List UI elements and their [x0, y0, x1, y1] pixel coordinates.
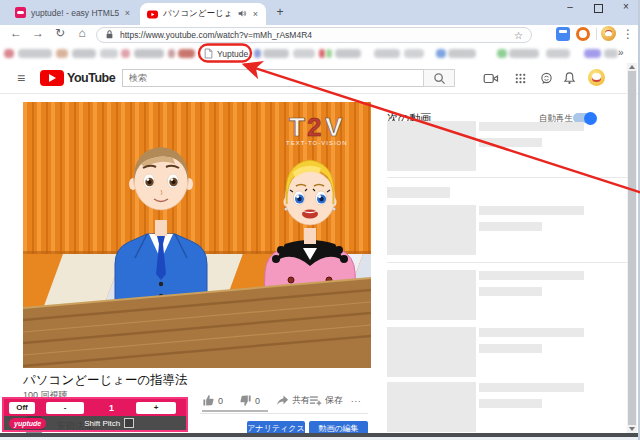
title-line-placeholder — [479, 271, 584, 280]
increase-button[interactable]: + — [136, 402, 176, 414]
thumbnail-placeholder — [387, 121, 476, 171]
thumbnail-placeholder — [387, 205, 476, 255]
panel-bottom-row: yuptude Shift Pitch — [4, 416, 186, 430]
sidebar-divider — [387, 177, 630, 178]
scroll-down-icon[interactable] — [629, 427, 635, 431]
sidebar-divider — [387, 262, 630, 263]
watch-page: T 2 V TEXT-TO-VISION T2V TEXT-TO-VISION … — [0, 94, 640, 433]
page-scrollbar[interactable] — [627, 63, 637, 433]
thumbnail-placeholder — [387, 327, 476, 377]
meta-line-placeholder — [479, 138, 542, 147]
sidebar-skeleton — [0, 0, 640, 440]
panel-top-row: Off - 1 + — [4, 399, 186, 416]
speed-value: 1 — [109, 403, 114, 413]
shift-pitch-label: Shift Pitch — [84, 419, 120, 428]
meta-line-placeholder — [479, 287, 542, 296]
suggested-video-placeholder[interactable] — [387, 121, 631, 173]
section-label-placeholder — [387, 187, 450, 198]
meta-line-placeholder — [479, 399, 542, 408]
thumbnail-placeholder — [387, 382, 476, 432]
suggested-video-placeholder[interactable] — [387, 270, 631, 322]
scrollbar-thumb[interactable] — [628, 71, 636, 425]
shift-pitch-checkbox[interactable] — [124, 418, 134, 428]
thumbnail-placeholder — [387, 270, 476, 320]
yuptude-logo-badge: yuptude — [9, 418, 46, 429]
meta-line-placeholder — [479, 222, 542, 231]
suggested-video-placeholder[interactable] — [387, 205, 631, 257]
title-line-placeholder — [479, 328, 584, 337]
suggested-video-placeholder[interactable] — [387, 382, 631, 434]
title-line-placeholder — [479, 383, 584, 392]
meta-line-placeholder — [479, 344, 542, 353]
scroll-up-icon[interactable] — [629, 65, 635, 69]
title-line-placeholder — [479, 122, 584, 131]
suggested-video-placeholder[interactable] — [387, 327, 631, 379]
decrease-button[interactable]: - — [46, 402, 84, 414]
title-line-placeholder — [479, 206, 584, 215]
window-bottom-edge — [0, 433, 640, 437]
yuptude-control-panel: Off - 1 + yuptude Shift Pitch — [2, 397, 188, 432]
off-button[interactable]: Off — [9, 402, 35, 414]
